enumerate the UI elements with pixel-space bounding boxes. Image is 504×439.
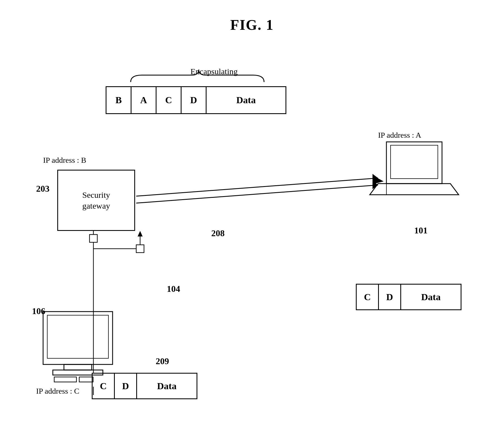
ip-address-a-label: IP address : A xyxy=(378,131,421,140)
ref-101: 101 xyxy=(414,225,428,236)
ref-106: 106 xyxy=(32,306,45,316)
svg-rect-5 xyxy=(386,142,442,184)
ip-address-b-label: IP address : B xyxy=(43,156,86,165)
small-packet-right-data: Data xyxy=(401,285,461,309)
packet-cell-a: A xyxy=(131,87,157,113)
ref-208: 208 xyxy=(211,228,225,238)
svg-rect-12 xyxy=(54,377,76,382)
ip-address-c-label: IP address : C xyxy=(36,387,79,396)
small-packet-209-c: C xyxy=(93,374,115,398)
svg-line-1 xyxy=(136,185,378,203)
diagram: FIG. 1 Encapsulating B A C D Data IP add… xyxy=(0,0,504,439)
small-packet-209: C D Data xyxy=(92,373,197,399)
ref-203: 203 xyxy=(36,184,49,194)
ref-104: 104 xyxy=(167,284,180,294)
security-gateway-box: Security gateway xyxy=(57,170,135,231)
svg-rect-14 xyxy=(90,235,97,242)
large-packet: B A C D Data xyxy=(106,86,286,114)
svg-rect-9 xyxy=(47,315,108,358)
figure-title: FIG. 1 xyxy=(230,17,274,33)
ref-209: 209 xyxy=(156,356,169,366)
small-packet-right-c: C xyxy=(357,285,379,309)
packet-cell-d: D xyxy=(182,87,207,113)
encapsulating-label: Encapsulating xyxy=(136,67,292,76)
packet-cell-data: Data xyxy=(207,87,285,113)
svg-marker-20 xyxy=(138,231,143,236)
packet-cell-b: B xyxy=(106,87,131,113)
small-packet-right: C D Data xyxy=(356,284,461,310)
svg-line-0 xyxy=(136,178,378,196)
svg-rect-10 xyxy=(64,364,92,370)
svg-rect-8 xyxy=(43,312,113,364)
packet-cell-c: C xyxy=(157,87,182,113)
small-packet-209-data: Data xyxy=(137,374,197,398)
small-packet-209-d: D xyxy=(115,374,137,398)
svg-marker-2 xyxy=(373,174,378,182)
svg-rect-6 xyxy=(391,145,438,179)
svg-marker-4 xyxy=(373,175,384,184)
svg-rect-13 xyxy=(79,377,93,382)
svg-marker-3 xyxy=(373,181,378,189)
small-packet-right-d: D xyxy=(379,285,401,309)
svg-rect-17 xyxy=(136,245,144,253)
